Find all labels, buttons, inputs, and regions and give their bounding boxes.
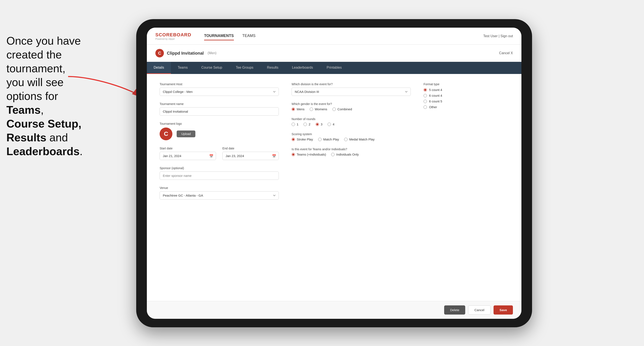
tab-leaderboards[interactable]: Leaderboards xyxy=(285,62,320,74)
gender-radio-group: Mens Womens Combined xyxy=(292,107,411,111)
form-col-2: Which division is the event for? NCAA Di… xyxy=(292,82,411,206)
rounds-1-label: 1 xyxy=(297,122,298,126)
scoring-radio-group: Stroke Play Match Play Medal Match Play xyxy=(292,138,411,141)
scoring-match-option[interactable]: Match Play xyxy=(318,138,339,141)
format-other-radio[interactable] xyxy=(424,105,427,109)
tournament-name-section: Tournament name xyxy=(160,102,279,116)
save-button[interactable]: Save xyxy=(494,305,513,315)
format-6count5-option[interactable]: 6 count 5 xyxy=(424,99,509,103)
format-6count4-option[interactable]: 6 count 4 xyxy=(424,94,509,97)
scoring-stroke-label: Stroke Play xyxy=(297,138,313,141)
gender-mens-radio[interactable] xyxy=(292,108,295,111)
cancel-top-button[interactable]: Cancel X xyxy=(499,51,513,55)
teams-plus-option[interactable]: Teams (+Individuals) xyxy=(292,153,326,156)
scoring-section: Scoring system Stroke Play Match Play xyxy=(292,132,411,141)
scoring-stroke-option[interactable]: Stroke Play xyxy=(292,138,313,141)
teams-individuals-section: Is this event for Teams and/or Individua… xyxy=(292,148,411,156)
gender-womens-option[interactable]: Womens xyxy=(310,107,327,111)
end-date-input[interactable] xyxy=(222,152,279,160)
gender-womens-label: Womens xyxy=(315,107,327,111)
date-row: Start date 📅 End date 📅 xyxy=(160,147,279,160)
rounds-2-option[interactable]: 2 xyxy=(304,122,310,126)
teams-plus-label: Teams (+Individuals) xyxy=(297,153,326,156)
user-area: Test User | Sign out xyxy=(483,34,513,38)
gender-combined-radio[interactable] xyxy=(332,108,336,111)
tournament-name-input[interactable] xyxy=(160,107,279,116)
gender-section: Which gender is the event for? Mens Wome… xyxy=(292,102,411,111)
scoring-stroke-radio[interactable] xyxy=(292,138,295,141)
format-5count4-option[interactable]: 5 count 4 xyxy=(424,88,509,92)
venue-label: Venue xyxy=(160,186,279,189)
format-6count4-label: 6 count 4 xyxy=(429,94,442,97)
format-5count4-radio[interactable] xyxy=(424,88,427,92)
tournament-host-select[interactable]: Clippd College - Men xyxy=(160,88,279,96)
scoring-match-label: Match Play xyxy=(323,138,339,141)
individuals-only-label: Individuals Only xyxy=(336,153,359,156)
top-nav: SCOREBOARD Powered by clippd TOURNAMENTS… xyxy=(147,28,522,45)
end-calendar-icon: 📅 xyxy=(272,154,276,158)
gender-label: Which gender is the event for? xyxy=(292,102,411,106)
gender-womens-radio[interactable] xyxy=(310,108,313,111)
individuals-only-option[interactable]: Individuals Only xyxy=(331,153,359,156)
division-section: Which division is the event for? NCAA Di… xyxy=(292,82,411,96)
rounds-2-radio[interactable] xyxy=(304,123,307,126)
rounds-1-radio[interactable] xyxy=(292,123,295,126)
division-select[interactable]: NCAA Division III xyxy=(292,88,411,96)
tablet-frame: SCOREBOARD Powered by clippd TOURNAMENTS… xyxy=(136,19,532,327)
scoring-medal-option[interactable]: Medal Match Play xyxy=(344,138,374,141)
start-calendar-icon: 📅 xyxy=(209,154,214,158)
venue-section: Venue Peachtree GC - Atlanta - GA xyxy=(160,186,279,199)
tournament-name-label: Tournament name xyxy=(160,102,279,106)
tournament-header: C Clippd Invitational (Men) Cancel X xyxy=(147,45,522,62)
tab-teams[interactable]: Teams xyxy=(171,62,194,74)
format-6count4-radio[interactable] xyxy=(424,94,427,97)
rounds-label: Number of rounds xyxy=(292,117,411,121)
tab-tee-groups[interactable]: Tee Groups xyxy=(229,62,260,74)
scoring-medal-radio[interactable] xyxy=(344,138,348,141)
sponsor-input[interactable] xyxy=(160,172,279,180)
rounds-4-option[interactable]: 4 xyxy=(328,122,334,126)
delete-button[interactable]: Delete xyxy=(444,305,465,315)
start-date-field: Start date 📅 xyxy=(160,147,216,160)
start-date-input[interactable] xyxy=(160,152,216,160)
dates-section: Start date 📅 End date 📅 xyxy=(160,147,279,160)
nav-teams[interactable]: TEAMS xyxy=(242,32,256,40)
nav-tournaments[interactable]: TOURNAMENTS xyxy=(204,32,234,40)
cancel-button[interactable]: Cancel xyxy=(468,305,490,315)
teams-radio-group: Teams (+Individuals) Individuals Only xyxy=(292,153,411,156)
teams-individuals-label: Is this event for Teams and/or Individua… xyxy=(292,148,411,151)
sponsor-section: Sponsor (optional) xyxy=(160,167,279,180)
logo-area: SCOREBOARD Powered by clippd xyxy=(155,32,191,40)
rounds-4-label: 4 xyxy=(333,122,334,126)
individuals-only-radio[interactable] xyxy=(331,153,334,156)
format-6count5-radio[interactable] xyxy=(424,100,427,103)
tournament-logo-section: Tournament logo C Upload xyxy=(160,122,279,140)
rounds-4-radio[interactable] xyxy=(328,123,331,126)
main-content: Tournament Host Clippd College - Men Tou… xyxy=(147,74,522,301)
rounds-1-option[interactable]: 1 xyxy=(292,122,298,126)
logo-circle: C xyxy=(160,128,172,140)
tab-results[interactable]: Results xyxy=(260,62,285,74)
upload-button[interactable]: Upload xyxy=(177,131,195,137)
user-sign-out-link[interactable]: Test User | Sign out xyxy=(483,34,513,38)
teams-plus-radio[interactable] xyxy=(292,153,295,156)
rounds-3-radio[interactable] xyxy=(316,123,319,126)
rounds-3-option[interactable]: 3 xyxy=(316,122,322,126)
scoring-match-radio[interactable] xyxy=(318,138,322,141)
tab-course-setup[interactable]: Course Setup xyxy=(194,62,229,74)
tournament-title-area: C Clippd Invitational (Men) xyxy=(155,49,216,57)
start-date-wrap: 📅 xyxy=(160,152,216,160)
rounds-2-label: 2 xyxy=(308,122,310,126)
format-label: Format type xyxy=(424,82,509,86)
tournament-name: Clippd Invitational xyxy=(167,51,204,56)
gender-combined-option[interactable]: Combined xyxy=(332,107,352,111)
format-6count5-label: 6 count 5 xyxy=(429,99,442,103)
tournament-gender: (Men) xyxy=(208,51,216,55)
format-other-option[interactable]: Other xyxy=(424,105,509,109)
gender-mens-option[interactable]: Mens xyxy=(292,107,304,111)
gender-combined-label: Combined xyxy=(338,107,352,111)
venue-select[interactable]: Peachtree GC - Atlanta - GA xyxy=(160,191,279,199)
tab-details[interactable]: Details xyxy=(147,62,171,74)
tab-printables[interactable]: Printables xyxy=(320,62,348,74)
gender-mens-label: Mens xyxy=(297,107,304,111)
